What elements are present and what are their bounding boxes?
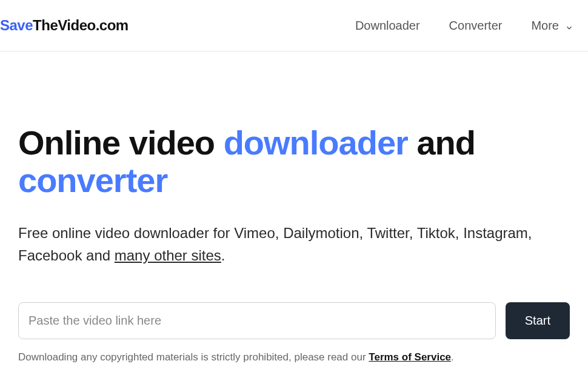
logo-part-thevideo: TheVideo — [33, 17, 96, 33]
nav-downloader[interactable]: Downloader — [355, 19, 420, 33]
video-url-input[interactable] — [18, 302, 496, 339]
many-other-sites-link[interactable]: many other sites — [115, 247, 221, 263]
main: Online video downloader and converter Fr… — [0, 51, 588, 363]
hero-subtitle-part1: Free online video downloader for Vimeo, … — [18, 225, 532, 263]
disclaimer-text: Downloading any copyrighted materials is… — [18, 351, 369, 363]
terms-of-service-link[interactable]: Terms of Service — [369, 351, 451, 363]
nav: Downloader Converter More — [355, 19, 588, 33]
logo-part-save: Save — [0, 17, 33, 33]
hero-title-accent1: downloader — [224, 124, 408, 162]
disclaimer-suffix: . — [451, 351, 454, 363]
disclaimer: Downloading any copyrighted materials is… — [18, 351, 570, 363]
hero-title: Online video downloader and converter — [18, 124, 570, 199]
hero-subtitle: Free online video downloader for Vimeo, … — [18, 222, 570, 267]
input-row: Start — [18, 302, 570, 339]
header: SaveTheVideo.com Downloader Converter Mo… — [0, 0, 588, 51]
nav-more-label: More — [531, 19, 559, 33]
nav-converter-label: Converter — [449, 19, 503, 33]
logo[interactable]: SaveTheVideo.com — [0, 17, 129, 34]
logo-part-com: .com — [96, 17, 129, 33]
nav-downloader-label: Downloader — [355, 19, 420, 33]
nav-converter[interactable]: Converter — [449, 19, 503, 33]
hero-title-part2: and — [408, 124, 475, 162]
nav-more[interactable]: More — [531, 19, 573, 33]
chevron-down-icon — [565, 21, 573, 30]
hero-title-accent2: converter — [18, 161, 167, 199]
hero-subtitle-part2: . — [221, 247, 226, 263]
start-button[interactable]: Start — [506, 302, 570, 339]
hero-title-part1: Online video — [18, 124, 224, 162]
